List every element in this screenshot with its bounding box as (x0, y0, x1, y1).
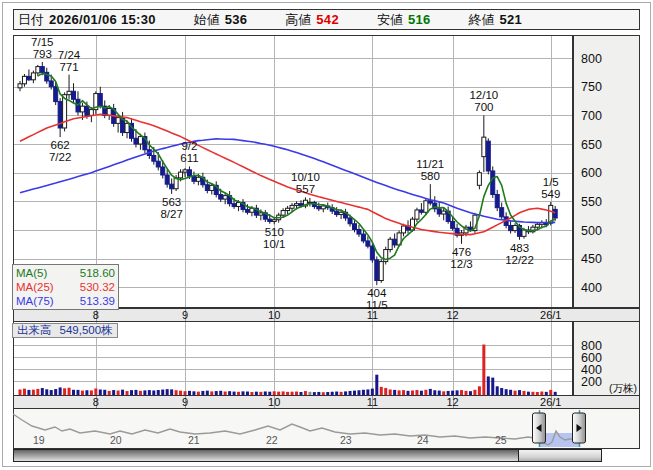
range-slider-left-handle[interactable] (533, 413, 546, 443)
svg-text:11: 11 (367, 396, 378, 408)
svg-text:9: 9 (182, 309, 188, 321)
low-label: 安値 (377, 11, 403, 29)
svg-text:9/2: 9/2 (181, 140, 197, 152)
svg-text:12/3: 12/3 (450, 258, 472, 270)
svg-text:7/15: 7/15 (31, 36, 53, 48)
low-value: 516 (408, 12, 431, 27)
scrollbar-track[interactable] (14, 450, 602, 462)
svg-text:611: 611 (180, 152, 198, 164)
svg-text:20: 20 (110, 434, 122, 446)
svg-text:10: 10 (268, 396, 280, 408)
svg-text:11/21: 11/21 (416, 158, 444, 170)
ma75-label: MA(75) (16, 294, 54, 308)
svg-text:450: 450 (581, 252, 602, 266)
svg-text:510: 510 (265, 226, 284, 238)
svg-text:23: 23 (340, 434, 352, 446)
close-value: 521 (500, 12, 523, 27)
svg-text:7/22: 7/22 (49, 151, 71, 163)
ma-legend: MA(5) 518.60 MA(25) 530.32 MA(75) 513.39 (12, 264, 119, 310)
svg-text:26/1: 26/1 (540, 309, 561, 321)
ma75-legend-row: MA(75) 513.39 (16, 294, 115, 308)
svg-text:8: 8 (93, 309, 99, 321)
svg-text:700: 700 (581, 109, 602, 123)
svg-text:12/10: 12/10 (469, 89, 498, 101)
date-value: 2026/01/06 15:30 (49, 12, 156, 27)
svg-text:10: 10 (268, 309, 280, 321)
svg-text:24: 24 (417, 434, 429, 446)
svg-text:10/1: 10/1 (263, 238, 285, 250)
high-label: 高値 (285, 11, 311, 29)
volume-header: 出来高549,500株 (12, 323, 118, 338)
svg-text:800: 800 (581, 52, 602, 66)
svg-text:22: 22 (266, 434, 278, 446)
volume-value: 549,500株 (60, 324, 113, 336)
ma75-value: 513.39 (80, 294, 115, 308)
svg-text:8: 8 (93, 396, 99, 408)
horizontal-scrollbar[interactable] (14, 450, 602, 462)
svg-text:11/5: 11/5 (366, 299, 388, 311)
svg-text:404: 404 (367, 287, 387, 299)
svg-text:200: 200 (581, 375, 602, 389)
volume-label: 出来高 (17, 324, 52, 336)
scrollbar-thumb[interactable] (519, 450, 602, 462)
svg-text:21: 21 (188, 434, 200, 446)
ma5-label: MA(5) (16, 266, 47, 280)
svg-text:476: 476 (452, 246, 471, 258)
svg-text:8/27: 8/27 (160, 208, 182, 220)
svg-text:1/5: 1/5 (543, 176, 559, 188)
svg-text:7/24: 7/24 (58, 49, 81, 61)
panel-frames (14, 36, 640, 449)
svg-text:26/1: 26/1 (540, 396, 561, 408)
close-label: 終値 (469, 11, 495, 29)
svg-text:9: 9 (182, 396, 188, 408)
svg-text:662: 662 (51, 139, 70, 151)
range-slider-right-handle[interactable] (573, 413, 586, 443)
svg-text:12: 12 (446, 396, 458, 408)
svg-text:12: 12 (446, 309, 458, 321)
svg-text:771: 771 (59, 61, 78, 73)
ma25-label: MA(25) (16, 280, 54, 294)
svg-text:12/22: 12/22 (505, 254, 534, 266)
open-value: 536 (225, 12, 248, 27)
ma25-legend-row: MA(25) 530.32 (16, 280, 115, 294)
high-value: 542 (316, 12, 339, 27)
svg-text:549: 549 (541, 188, 560, 200)
svg-text:563: 563 (162, 196, 181, 208)
svg-text:10/10: 10/10 (291, 171, 320, 183)
svg-text:19: 19 (33, 434, 45, 446)
svg-text:700: 700 (474, 101, 493, 113)
svg-text:557: 557 (296, 183, 315, 195)
chart-canvas[interactable]: 800750700650600550500450400800600400200(… (0, 0, 653, 470)
date-label: 日付 (18, 11, 44, 29)
svg-text:750: 750 (581, 80, 602, 94)
svg-text:400: 400 (581, 281, 602, 295)
svg-text:25: 25 (495, 434, 507, 446)
svg-text:580: 580 (421, 170, 440, 182)
svg-text:793: 793 (33, 48, 52, 60)
svg-text:550: 550 (581, 195, 602, 209)
svg-text:500: 500 (581, 224, 602, 238)
svg-text:600: 600 (581, 166, 602, 180)
open-label: 始値 (194, 11, 220, 29)
svg-text:650: 650 (581, 138, 602, 152)
ma5-legend-row: MA(5) 518.60 (16, 266, 115, 280)
svg-text:(万株): (万株) (609, 382, 637, 394)
stock-chart-window: { "colors": { "up_candle": "#ffffff", "d… (0, 0, 653, 470)
info-bar: 日付 2026/01/06 15:30 始値 536 高値 542 安値 516… (13, 9, 640, 30)
ma5-value: 518.60 (80, 266, 115, 280)
svg-text:483: 483 (510, 242, 529, 254)
ma25-value: 530.32 (80, 280, 115, 294)
